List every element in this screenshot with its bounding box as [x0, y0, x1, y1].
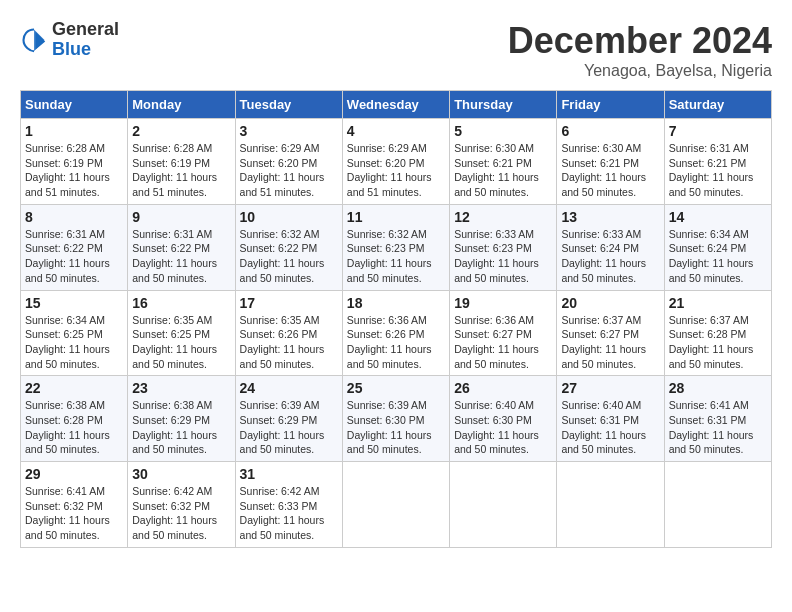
calendar-cell: 1 Sunrise: 6:28 AM Sunset: 6:19 PM Dayli…: [21, 119, 128, 205]
location-subtitle: Yenagoa, Bayelsa, Nigeria: [508, 62, 772, 80]
calendar-cell: 25 Sunrise: 6:39 AM Sunset: 6:30 PM Dayl…: [342, 376, 449, 462]
day-info: Sunrise: 6:29 AM Sunset: 6:20 PM Dayligh…: [347, 141, 445, 200]
day-info: Sunrise: 6:31 AM Sunset: 6:22 PM Dayligh…: [25, 227, 123, 286]
day-number: 15: [25, 295, 123, 311]
calendar-week-row: 8 Sunrise: 6:31 AM Sunset: 6:22 PM Dayli…: [21, 204, 772, 290]
calendar-cell: 31 Sunrise: 6:42 AM Sunset: 6:33 PM Dayl…: [235, 462, 342, 548]
calendar-cell: [557, 462, 664, 548]
calendar-cell: 21 Sunrise: 6:37 AM Sunset: 6:28 PM Dayl…: [664, 290, 771, 376]
day-info: Sunrise: 6:33 AM Sunset: 6:24 PM Dayligh…: [561, 227, 659, 286]
calendar-cell: 9 Sunrise: 6:31 AM Sunset: 6:22 PM Dayli…: [128, 204, 235, 290]
day-info: Sunrise: 6:36 AM Sunset: 6:27 PM Dayligh…: [454, 313, 552, 372]
calendar-week-row: 15 Sunrise: 6:34 AM Sunset: 6:25 PM Dayl…: [21, 290, 772, 376]
day-number: 25: [347, 380, 445, 396]
calendar-cell: 16 Sunrise: 6:35 AM Sunset: 6:25 PM Dayl…: [128, 290, 235, 376]
calendar-cell: 18 Sunrise: 6:36 AM Sunset: 6:26 PM Dayl…: [342, 290, 449, 376]
day-info: Sunrise: 6:41 AM Sunset: 6:31 PM Dayligh…: [669, 398, 767, 457]
day-number: 27: [561, 380, 659, 396]
calendar-cell: 7 Sunrise: 6:31 AM Sunset: 6:21 PM Dayli…: [664, 119, 771, 205]
day-info: Sunrise: 6:31 AM Sunset: 6:22 PM Dayligh…: [132, 227, 230, 286]
day-info: Sunrise: 6:34 AM Sunset: 6:24 PM Dayligh…: [669, 227, 767, 286]
day-info: Sunrise: 6:35 AM Sunset: 6:26 PM Dayligh…: [240, 313, 338, 372]
calendar-cell: 8 Sunrise: 6:31 AM Sunset: 6:22 PM Dayli…: [21, 204, 128, 290]
day-number: 3: [240, 123, 338, 139]
day-number: 17: [240, 295, 338, 311]
day-number: 26: [454, 380, 552, 396]
calendar-cell: 11 Sunrise: 6:32 AM Sunset: 6:23 PM Dayl…: [342, 204, 449, 290]
day-number: 7: [669, 123, 767, 139]
calendar-header-wednesday: Wednesday: [342, 91, 449, 119]
day-number: 13: [561, 209, 659, 225]
calendar-header-row: SundayMondayTuesdayWednesdayThursdayFrid…: [21, 91, 772, 119]
calendar-cell: 6 Sunrise: 6:30 AM Sunset: 6:21 PM Dayli…: [557, 119, 664, 205]
calendar-cell: 10 Sunrise: 6:32 AM Sunset: 6:22 PM Dayl…: [235, 204, 342, 290]
calendar-cell: 3 Sunrise: 6:29 AM Sunset: 6:20 PM Dayli…: [235, 119, 342, 205]
day-number: 16: [132, 295, 230, 311]
calendar-table: SundayMondayTuesdayWednesdayThursdayFrid…: [20, 90, 772, 548]
day-info: Sunrise: 6:32 AM Sunset: 6:22 PM Dayligh…: [240, 227, 338, 286]
day-number: 5: [454, 123, 552, 139]
calendar-cell: 13 Sunrise: 6:33 AM Sunset: 6:24 PM Dayl…: [557, 204, 664, 290]
day-info: Sunrise: 6:40 AM Sunset: 6:31 PM Dayligh…: [561, 398, 659, 457]
day-number: 29: [25, 466, 123, 482]
calendar-cell: [342, 462, 449, 548]
day-number: 9: [132, 209, 230, 225]
calendar-cell: 24 Sunrise: 6:39 AM Sunset: 6:29 PM Dayl…: [235, 376, 342, 462]
calendar-cell: 12 Sunrise: 6:33 AM Sunset: 6:23 PM Dayl…: [450, 204, 557, 290]
calendar-cell: 14 Sunrise: 6:34 AM Sunset: 6:24 PM Dayl…: [664, 204, 771, 290]
calendar-cell: 17 Sunrise: 6:35 AM Sunset: 6:26 PM Dayl…: [235, 290, 342, 376]
calendar-cell: 26 Sunrise: 6:40 AM Sunset: 6:30 PM Dayl…: [450, 376, 557, 462]
day-info: Sunrise: 6:32 AM Sunset: 6:23 PM Dayligh…: [347, 227, 445, 286]
logo-text: General Blue: [52, 20, 119, 60]
day-number: 21: [669, 295, 767, 311]
day-number: 6: [561, 123, 659, 139]
day-number: 2: [132, 123, 230, 139]
day-number: 22: [25, 380, 123, 396]
calendar-cell: 5 Sunrise: 6:30 AM Sunset: 6:21 PM Dayli…: [450, 119, 557, 205]
calendar-cell: 29 Sunrise: 6:41 AM Sunset: 6:32 PM Dayl…: [21, 462, 128, 548]
day-number: 4: [347, 123, 445, 139]
calendar-cell: 2 Sunrise: 6:28 AM Sunset: 6:19 PM Dayli…: [128, 119, 235, 205]
calendar-cell: 27 Sunrise: 6:40 AM Sunset: 6:31 PM Dayl…: [557, 376, 664, 462]
day-number: 11: [347, 209, 445, 225]
day-info: Sunrise: 6:29 AM Sunset: 6:20 PM Dayligh…: [240, 141, 338, 200]
day-info: Sunrise: 6:30 AM Sunset: 6:21 PM Dayligh…: [454, 141, 552, 200]
day-info: Sunrise: 6:28 AM Sunset: 6:19 PM Dayligh…: [132, 141, 230, 200]
day-info: Sunrise: 6:37 AM Sunset: 6:28 PM Dayligh…: [669, 313, 767, 372]
calendar-week-row: 29 Sunrise: 6:41 AM Sunset: 6:32 PM Dayl…: [21, 462, 772, 548]
day-info: Sunrise: 6:40 AM Sunset: 6:30 PM Dayligh…: [454, 398, 552, 457]
calendar-week-row: 1 Sunrise: 6:28 AM Sunset: 6:19 PM Dayli…: [21, 119, 772, 205]
day-info: Sunrise: 6:35 AM Sunset: 6:25 PM Dayligh…: [132, 313, 230, 372]
day-info: Sunrise: 6:31 AM Sunset: 6:21 PM Dayligh…: [669, 141, 767, 200]
calendar-header-friday: Friday: [557, 91, 664, 119]
calendar-cell: 30 Sunrise: 6:42 AM Sunset: 6:32 PM Dayl…: [128, 462, 235, 548]
day-number: 18: [347, 295, 445, 311]
calendar-cell: 28 Sunrise: 6:41 AM Sunset: 6:31 PM Dayl…: [664, 376, 771, 462]
day-number: 28: [669, 380, 767, 396]
calendar-header-saturday: Saturday: [664, 91, 771, 119]
day-number: 24: [240, 380, 338, 396]
day-info: Sunrise: 6:28 AM Sunset: 6:19 PM Dayligh…: [25, 141, 123, 200]
day-info: Sunrise: 6:36 AM Sunset: 6:26 PM Dayligh…: [347, 313, 445, 372]
logo: General Blue: [20, 20, 119, 60]
calendar-header-thursday: Thursday: [450, 91, 557, 119]
calendar-header-tuesday: Tuesday: [235, 91, 342, 119]
calendar-cell: 15 Sunrise: 6:34 AM Sunset: 6:25 PM Dayl…: [21, 290, 128, 376]
day-info: Sunrise: 6:37 AM Sunset: 6:27 PM Dayligh…: [561, 313, 659, 372]
calendar-cell: 23 Sunrise: 6:38 AM Sunset: 6:29 PM Dayl…: [128, 376, 235, 462]
day-number: 10: [240, 209, 338, 225]
day-number: 14: [669, 209, 767, 225]
day-info: Sunrise: 6:42 AM Sunset: 6:32 PM Dayligh…: [132, 484, 230, 543]
day-info: Sunrise: 6:30 AM Sunset: 6:21 PM Dayligh…: [561, 141, 659, 200]
calendar-cell: 22 Sunrise: 6:38 AM Sunset: 6:28 PM Dayl…: [21, 376, 128, 462]
day-info: Sunrise: 6:39 AM Sunset: 6:29 PM Dayligh…: [240, 398, 338, 457]
day-number: 1: [25, 123, 123, 139]
page-header: General Blue December 2024 Yenagoa, Baye…: [20, 20, 772, 80]
calendar-week-row: 22 Sunrise: 6:38 AM Sunset: 6:28 PM Dayl…: [21, 376, 772, 462]
day-info: Sunrise: 6:39 AM Sunset: 6:30 PM Dayligh…: [347, 398, 445, 457]
day-info: Sunrise: 6:42 AM Sunset: 6:33 PM Dayligh…: [240, 484, 338, 543]
day-number: 12: [454, 209, 552, 225]
day-number: 8: [25, 209, 123, 225]
title-block: December 2024 Yenagoa, Bayelsa, Nigeria: [508, 20, 772, 80]
day-number: 19: [454, 295, 552, 311]
